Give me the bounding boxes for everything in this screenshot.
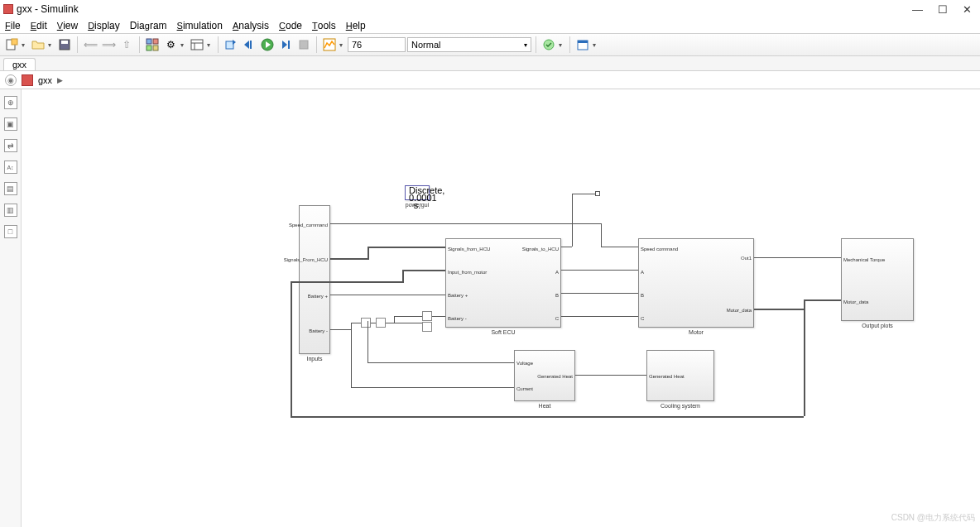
pm-connector-2[interactable]	[376, 318, 386, 328]
close-button[interactable]: ✕	[963, 3, 972, 16]
nav-back-button[interactable]: ◉	[5, 74, 17, 86]
menu-file[interactable]: File	[5, 20, 21, 31]
heat-label: Heat	[514, 403, 575, 409]
heat-in-current: Current	[516, 386, 533, 391]
zoom-fit-button[interactable]: ⊕	[4, 96, 17, 109]
block-inputs[interactable]: Speed_command Signals_From_HCU Battery +…	[299, 205, 330, 354]
explorer-dropdown[interactable]: ▾	[207, 41, 214, 49]
tab-strip: gxx	[0, 56, 980, 71]
image-button[interactable]: ▥	[4, 204, 17, 217]
build-button[interactable]	[540, 36, 557, 53]
save-button[interactable]	[56, 36, 73, 53]
annotation-button[interactable]: ▤	[4, 182, 17, 195]
sample-time-button[interactable]: A↕	[4, 160, 17, 174]
wire	[804, 309, 805, 416]
heat-in-voltage: Voltage	[516, 361, 533, 366]
model-config-button[interactable]: ⚙	[162, 36, 179, 53]
tab-model[interactable]: gxx	[3, 58, 36, 70]
area-button[interactable]: □	[4, 225, 17, 238]
menu-help[interactable]: Help	[346, 20, 366, 31]
inspector-dropdown[interactable]: ▾	[339, 41, 346, 49]
update-diagram-button[interactable]	[223, 36, 239, 53]
svg-rect-5	[153, 39, 158, 44]
ecu-in-hcu: Signals_from_HCU	[448, 247, 490, 252]
breadcrumb-model[interactable]: gxx	[38, 75, 52, 85]
watermark: CSDN @电力系统代码	[891, 512, 975, 524]
fit-to-view-button[interactable]: ▣	[4, 117, 17, 131]
open-button[interactable]	[30, 36, 46, 53]
wire	[394, 316, 395, 323]
menu-simulation[interactable]: Simulation	[177, 20, 223, 31]
block-heat[interactable]: Voltage Current Generated Heat	[514, 350, 575, 401]
powergui-label: powergui	[405, 202, 430, 208]
wire	[402, 270, 404, 283]
wire	[291, 281, 292, 416]
block-output-plots[interactable]: Mechanical Torque Motor_data	[841, 238, 914, 321]
back-button[interactable]: ⟸	[82, 36, 98, 53]
config-dropdown[interactable]: ▾	[180, 41, 187, 49]
wire	[561, 247, 572, 247]
wire	[330, 295, 445, 295]
port-signals-from-hcu: Signals_From_HCU	[284, 257, 328, 262]
pm-connector-1[interactable]	[361, 318, 371, 328]
svg-rect-7	[153, 46, 158, 50]
motor-in-b: B	[641, 293, 644, 298]
motor-out1: Out1	[741, 256, 752, 261]
pm-connector-3[interactable]	[422, 311, 432, 321]
up-button[interactable]: ⇧	[118, 36, 135, 53]
new-dropdown[interactable]: ▾	[22, 41, 28, 49]
stop-time-field[interactable]	[348, 37, 406, 52]
menu-display[interactable]: Display	[88, 20, 120, 31]
wire	[754, 257, 841, 258]
data-inspector-button[interactable]	[321, 36, 338, 53]
wire	[291, 416, 804, 418]
ecu-out-b: B	[555, 293, 559, 298]
menu-code[interactable]: Code	[279, 20, 302, 31]
step-back-button[interactable]	[241, 36, 257, 53]
schedule-dropdown[interactable]: ▾	[593, 41, 599, 49]
menu-diagram[interactable]: Diagram	[130, 20, 167, 31]
build-dropdown[interactable]: ▾	[559, 41, 565, 49]
maximize-button[interactable]: ☐	[938, 3, 948, 16]
schedule-button[interactable]	[574, 36, 591, 53]
svg-rect-12	[250, 41, 252, 49]
output-torque: Mechanical Torque	[843, 257, 885, 262]
wire	[572, 194, 595, 194]
open-dropdown[interactable]: ▾	[48, 41, 55, 49]
menu-view[interactable]: View	[57, 20, 78, 31]
stop-button[interactable]	[295, 36, 312, 53]
forward-button[interactable]: ⟹	[100, 36, 117, 53]
step-forward-button[interactable]	[277, 36, 294, 53]
model-explorer-button[interactable]	[189, 36, 205, 53]
minimize-button[interactable]: —	[912, 3, 923, 16]
block-soft-ecu[interactable]: Signals_from_HCU Input_from_motor Batter…	[445, 238, 561, 328]
simulation-mode-select[interactable]: Normal▾	[407, 37, 531, 52]
menu-analysis[interactable]: Analysis	[233, 20, 269, 31]
wire	[330, 223, 601, 224]
block-powergui[interactable]: Discrete, 0.0001 s.	[405, 185, 430, 200]
cooling-label: Cooling system	[646, 403, 714, 409]
soft-ecu-label: Soft ECU	[445, 329, 561, 335]
new-model-button[interactable]	[3, 36, 20, 53]
menu-edit[interactable]: Edit	[31, 20, 47, 31]
wire	[330, 258, 368, 260]
breadcrumb-row: ◉ gxx ▶	[0, 71, 980, 89]
model-canvas[interactable]: Discrete, 0.0001 s. powergui Speed_comma…	[22, 89, 980, 527]
wire	[754, 309, 804, 310]
wire	[561, 293, 638, 294]
block-motor[interactable]: Speed command A B C Out1 Motor_data	[638, 238, 754, 328]
library-browser-button[interactable]	[144, 36, 161, 53]
port-battery-minus: Battery -	[309, 328, 328, 333]
toolbar: ▾ ▾ ⟸ ⟹ ⇧ ⚙▾ ▾ ▾ Normal▾ ▾ ▾	[0, 33, 980, 56]
menu-tools[interactable]: Tools	[312, 20, 336, 31]
inputs-label: Inputs	[299, 356, 330, 362]
wire	[291, 281, 402, 283]
port-battery-plus: Battery +	[308, 294, 328, 299]
block-cooling[interactable]: Generated Heat	[646, 350, 714, 401]
terminator-1[interactable]	[595, 191, 600, 196]
wire	[351, 387, 514, 388]
pm-connector-4[interactable]	[422, 322, 432, 332]
run-button[interactable]	[259, 36, 276, 53]
wire	[561, 270, 638, 271]
toggle-perspective-button[interactable]: ⇄	[4, 139, 17, 152]
